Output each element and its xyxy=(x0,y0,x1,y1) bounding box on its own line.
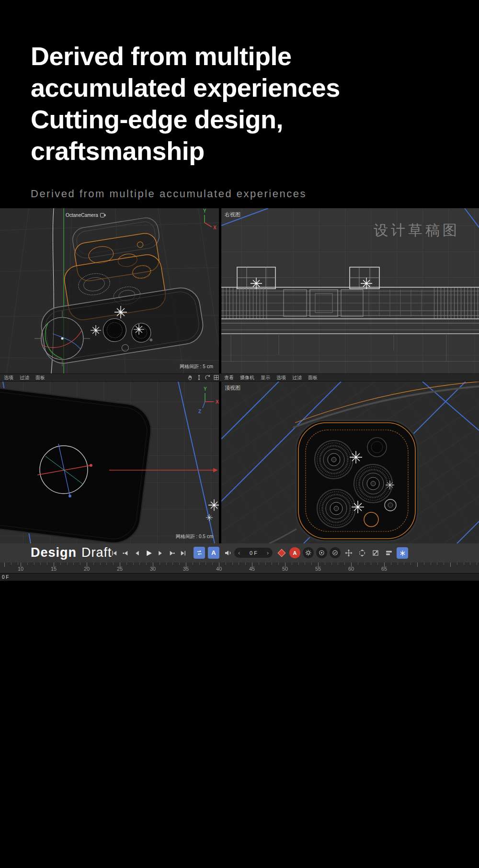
frame-value: 0 F xyxy=(250,550,257,556)
svg-text:X: X xyxy=(213,225,217,230)
page: Derived from multiple accumulated experi… xyxy=(0,0,479,868)
next-key-button[interactable] xyxy=(167,547,177,559)
viewport-menubar: 选项 过滤 面板 xyxy=(0,373,479,382)
loop-icon xyxy=(196,549,203,556)
ruler-tick: 20 xyxy=(84,566,90,572)
orbit-icon[interactable] xyxy=(205,374,211,381)
goto-end-button[interactable] xyxy=(178,547,188,559)
menu-panel-right[interactable]: 面板 xyxy=(308,374,318,381)
front-view-canvas: Y X Z xyxy=(0,382,219,543)
design-draft-watermark: 设计草稿图 xyxy=(374,221,460,240)
rotate-tool-button[interactable] xyxy=(356,547,368,559)
axis-lock-button[interactable] xyxy=(397,547,408,559)
menu-cameras[interactable]: 摄像机 xyxy=(240,374,254,381)
svg-text:X: X xyxy=(216,399,219,405)
current-frame-strip: 0 F xyxy=(0,573,479,581)
design-draft-bold: Design xyxy=(31,545,77,560)
title-line-3: Cutting-edge design, xyxy=(31,103,460,135)
loop-toggle-button[interactable] xyxy=(194,547,205,559)
menu-filter-right[interactable]: 过滤 xyxy=(292,374,302,381)
keyframe-diamond-icon xyxy=(277,549,285,557)
svg-text:Y: Y xyxy=(204,386,207,392)
ruler-tick: 40 xyxy=(216,566,222,572)
axis-gizmo-perspective: Y X xyxy=(203,208,217,230)
record-position-button[interactable] xyxy=(316,547,327,558)
ruler-tick: 30 xyxy=(150,566,156,572)
maximize-viewport-icon[interactable] xyxy=(213,374,219,381)
menubar-seam xyxy=(219,374,220,381)
dolly-icon[interactable] xyxy=(196,374,202,381)
viewport-top-view[interactable]: 顶视图 xyxy=(221,382,479,543)
frame-increment[interactable]: › xyxy=(267,550,269,556)
prev-key-button[interactable] xyxy=(121,547,131,559)
camera-island xyxy=(296,420,418,541)
scale-tool-button[interactable] xyxy=(370,547,381,559)
current-frame-field[interactable]: ‹ 0 F › xyxy=(234,548,273,558)
axis-lock-icon xyxy=(399,550,406,557)
ruler-tick: 60 xyxy=(348,566,354,572)
ruler-tick: 45 xyxy=(249,566,255,572)
sound-button[interactable] xyxy=(222,547,234,559)
menu-panel-left[interactable]: 面板 xyxy=(35,374,45,381)
viewport-right-view[interactable]: 右视图 设计草稿图 xyxy=(221,208,479,373)
timeline-ruler[interactable]: 10 15 20 25 30 35 40 45 50 55 60 65 xyxy=(0,563,479,573)
menu-options-left[interactable]: 选项 xyxy=(4,374,13,381)
viewport-label-top[interactable]: 顶视图 xyxy=(225,384,240,392)
camera-label-text: OctaneCamera xyxy=(66,213,98,218)
autokey-record-button[interactable]: A xyxy=(289,547,300,558)
viewport-front-view[interactable]: Y X Z 网格间距 : 0.5 cm xyxy=(0,382,219,543)
hero-section: Derived from multiple accumulated experi… xyxy=(31,40,460,200)
record-dot-icon xyxy=(318,549,325,556)
sparkle-highlights xyxy=(206,499,219,521)
frame-decrement[interactable]: ‹ xyxy=(238,550,240,556)
camera-label[interactable]: OctaneCamera xyxy=(66,213,106,218)
axis-gizmo-front: Y X Z xyxy=(198,386,219,414)
autokey-button[interactable]: A xyxy=(208,547,219,559)
record-parameter-button[interactable] xyxy=(330,547,341,558)
menu-filter-left[interactable]: 过滤 xyxy=(20,374,29,381)
ruler-tick: 50 xyxy=(282,566,288,572)
prev-frame-button[interactable] xyxy=(132,547,142,559)
ruler-tick: 65 xyxy=(381,566,387,572)
grid-spacing-label: 网格间距 : 5 cm xyxy=(180,363,213,370)
ruler-tick: 35 xyxy=(183,566,189,572)
page-subtitle: Derived from multiple accumulated experi… xyxy=(31,188,460,200)
page-title: Derived from multiple accumulated experi… xyxy=(31,40,460,167)
move-tool-button[interactable] xyxy=(343,547,354,559)
layers-button[interactable] xyxy=(383,547,395,559)
record-keyframe-button[interactable] xyxy=(276,547,287,558)
menu-view[interactable]: 查看 xyxy=(224,374,234,381)
c4d-editor: Y X OctaneCamera 网格间距 : 5 cm xyxy=(0,208,479,581)
menu-options-right[interactable]: 选项 xyxy=(276,374,286,381)
design-draft-title: DesignDraft xyxy=(31,545,112,560)
transform-tools xyxy=(343,547,408,559)
svg-text:Y: Y xyxy=(203,208,206,214)
title-line-1: Derived from multiple xyxy=(31,40,460,72)
top-view-canvas xyxy=(221,382,479,543)
ruler-tick: 10 xyxy=(18,566,23,572)
timeline-toggles: A xyxy=(194,547,234,559)
rotate-icon xyxy=(358,549,366,557)
viewport-label-right[interactable]: 右视图 xyxy=(225,211,240,218)
speaker-icon xyxy=(224,549,232,557)
keying-settings-button[interactable] xyxy=(303,547,314,558)
menu-group-left: 选项 过滤 面板 xyxy=(4,374,45,381)
record-check-icon xyxy=(331,549,339,556)
ruler-tick: 15 xyxy=(51,566,57,572)
autokey-label: A xyxy=(211,549,216,556)
svg-text:Z: Z xyxy=(198,409,201,414)
camera-icon xyxy=(100,213,106,217)
next-frame-button[interactable] xyxy=(155,547,165,559)
ruler-tick: 55 xyxy=(315,566,321,572)
pan-hand-icon[interactable] xyxy=(187,374,194,381)
phone-body xyxy=(0,384,154,543)
play-button[interactable] xyxy=(144,547,154,559)
timeline-bar: DesignDraft xyxy=(0,543,479,563)
menu-display[interactable]: 显示 xyxy=(261,374,270,381)
current-frame-readout: 0 F xyxy=(2,575,9,580)
viewport-perspective[interactable]: Y X OctaneCamera 网格间距 : 5 cm xyxy=(0,208,219,373)
perspective-canvas: Y X xyxy=(0,208,219,373)
case-side-wireframe xyxy=(221,267,479,361)
ruler-tick: 25 xyxy=(117,566,123,572)
title-line-4: craftsmanship xyxy=(31,135,460,167)
